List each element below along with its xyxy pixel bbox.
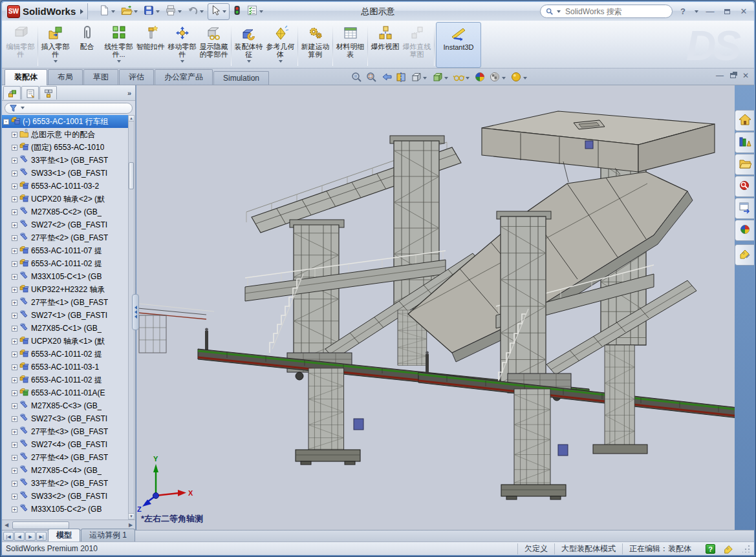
maximize-button[interactable]	[720, 6, 733, 17]
expander-icon[interactable]: +	[12, 326, 17, 331]
expander-icon[interactable]: +	[12, 209, 17, 215]
ribbon-button-motion-study[interactable]: 新建运动算例	[299, 22, 331, 68]
move-component-dropdown-icon[interactable]	[180, 60, 184, 63]
appearances-scenes-button[interactable]	[735, 220, 754, 241]
tree-filter-input[interactable]	[5, 103, 133, 114]
expander-icon[interactable]: +	[12, 339, 17, 344]
expander-icon[interactable]: +	[12, 429, 17, 435]
expander-icon[interactable]: +	[12, 468, 17, 474]
view-settings-dropdown-icon[interactable]	[523, 77, 527, 79]
tree-item[interactable]: +33平垫<1> (GB_FAST	[2, 154, 128, 167]
tree-item[interactable]: +SW27<1> (GB_FASTI	[2, 309, 128, 322]
ribbon-button-smart-fasteners[interactable]: 智能扣件	[135, 22, 166, 68]
prev-tab-button[interactable]: ◀	[14, 532, 25, 541]
expander-icon[interactable]: +	[12, 171, 17, 176]
help-dropdown-icon[interactable]	[695, 10, 698, 13]
model-tab-模型[interactable]: 模型	[48, 529, 80, 541]
tree-item[interactable]: +33平垫<2> (GB_FAST	[2, 477, 128, 490]
featuremanager-tab[interactable]	[3, 86, 21, 100]
tree-item[interactable]: +6553-AC-1011-02 提	[2, 348, 128, 361]
apply-scene-dropdown-icon[interactable]	[502, 77, 506, 79]
apply-scene-button[interactable]	[488, 70, 508, 86]
tree-item[interactable]: +27平垫<2> (GB_FAST	[2, 231, 128, 244]
previous-view-button[interactable]	[380, 70, 393, 86]
tree-item[interactable]: -(-) 6553-AC-1001 行车组	[2, 115, 128, 128]
doc-minimize-button[interactable]: —	[716, 71, 724, 80]
doc-restore-button[interactable]	[730, 71, 736, 80]
tab-装配体[interactable]: 装配体	[5, 69, 47, 85]
view-palette-button[interactable]	[735, 198, 754, 219]
expander-icon[interactable]: +	[12, 352, 17, 357]
hide-show-items-dropdown-icon[interactable]	[466, 77, 470, 79]
design-library-button[interactable]	[735, 132, 754, 153]
edit-appearance-button[interactable]	[473, 70, 486, 86]
3d-model-view[interactable]: Y X Z	[136, 85, 735, 530]
options-dropdown-icon[interactable]	[259, 10, 263, 13]
ribbon-button-insert-component[interactable]: 插入零部件	[39, 22, 71, 68]
scroll-left-icon[interactable]: ◀	[2, 522, 11, 528]
search-button[interactable]	[735, 176, 754, 197]
search-scope-dropdown-icon[interactable]	[557, 10, 561, 13]
expander-icon[interactable]: +	[12, 507, 17, 512]
scroll-up-icon[interactable]: ▲	[129, 116, 134, 121]
expander-icon[interactable]: +	[12, 455, 17, 461]
tab-办公室产品[interactable]: 办公室产品	[155, 69, 213, 85]
tree-item[interactable]: +6553-AC-1011-07 提	[2, 244, 128, 257]
undo-dropdown-icon[interactable]	[200, 10, 204, 13]
ribbon-button-move-component[interactable]: 移动零部件	[166, 22, 198, 68]
tree-item[interactable]: +SW33<1> (GB_FASTI	[2, 167, 128, 180]
ribbon-button-mate[interactable]: 配合	[71, 22, 103, 68]
tree-item[interactable]: +SW27<3> (GB_FASTI	[2, 412, 128, 425]
ribbon-button-show-hidden[interactable]: 显示隐藏的零部件	[198, 22, 230, 68]
expander-icon[interactable]: +	[12, 196, 17, 202]
display-style-button[interactable]	[431, 70, 450, 86]
tree-item[interactable]: +M33X105-C<1> (GB	[2, 270, 128, 283]
expander-icon[interactable]: +	[12, 390, 17, 396]
tree-item[interactable]: +UKP322+H2322 轴承	[2, 283, 128, 296]
file-explorer-button[interactable]	[735, 154, 754, 175]
propertymanager-tab[interactable]	[21, 86, 39, 100]
ribbon-button-assembly-features[interactable]: 装配体特征	[233, 22, 265, 68]
select-dropdown-icon[interactable]	[222, 10, 226, 13]
expander-icon[interactable]: +	[12, 377, 17, 383]
expander-icon[interactable]: +	[12, 235, 17, 241]
tree-item[interactable]: +M27X85-C<1> (GB_	[2, 322, 128, 335]
tab-布局[interactable]: 布局	[48, 69, 83, 85]
rebuild-button[interactable]	[231, 4, 244, 19]
zoom-area-button[interactable]	[365, 70, 378, 86]
ribbon-button-reference-geometry[interactable]: 参考几何体	[265, 22, 296, 68]
ribbon-button-instant3d[interactable]: Instant3D	[436, 22, 481, 68]
new-document-button[interactable]	[97, 4, 118, 19]
search-input[interactable]	[564, 6, 667, 17]
last-tab-button[interactable]: ▶|	[36, 532, 47, 541]
tree-item[interactable]: +UCPX20 轴承<1> (默	[2, 335, 128, 348]
expander-icon[interactable]: -	[3, 119, 9, 125]
tree-item[interactable]: +M27X85-C<3> (GB_	[2, 399, 128, 412]
solidworks-resources-button[interactable]	[735, 110, 754, 131]
undo-button[interactable]	[186, 4, 206, 19]
options-button[interactable]	[245, 4, 266, 19]
next-tab-button[interactable]: ▶	[25, 532, 36, 541]
tab-评估[interactable]: 评估	[119, 69, 154, 85]
zoom-fit-button[interactable]	[350, 70, 363, 86]
tree-item[interactable]: +6553-AC-1011-01A(E	[2, 386, 128, 399]
tree-item[interactable]: +UCPX20 轴承<2> (默	[2, 193, 128, 205]
save-dropdown-icon[interactable]	[156, 10, 160, 13]
ribbon-button-bom[interactable]: 材料明细表	[334, 22, 366, 68]
panel-tabs-overflow-button[interactable]: »	[127, 89, 131, 97]
expander-icon[interactable]: +	[12, 287, 17, 293]
expander-icon[interactable]: +	[12, 494, 17, 499]
tree-item[interactable]: +M33X105-C<2> (GB	[2, 503, 128, 516]
close-button[interactable]: ✕	[737, 6, 750, 17]
tab-草图[interactable]: 草图	[83, 69, 118, 85]
tree-item[interactable]: +(固定) 6553-AC-1010	[2, 141, 128, 154]
configurationmanager-tab[interactable]	[39, 86, 57, 100]
ribbon-button-linear-pattern[interactable]: 线性零部件...	[103, 22, 135, 68]
panel-splitter-handle[interactable]	[132, 294, 139, 330]
scroll-down-icon[interactable]: ▼	[129, 513, 134, 519]
expander-icon[interactable]: +	[12, 274, 17, 280]
tree-item[interactable]: +6553-AC-1011-02 提	[2, 373, 128, 386]
ribbon-button-exploded-view[interactable]: 爆炸视图	[369, 22, 401, 68]
expander-icon[interactable]: +	[12, 158, 17, 163]
expander-icon[interactable]: +	[12, 132, 17, 138]
